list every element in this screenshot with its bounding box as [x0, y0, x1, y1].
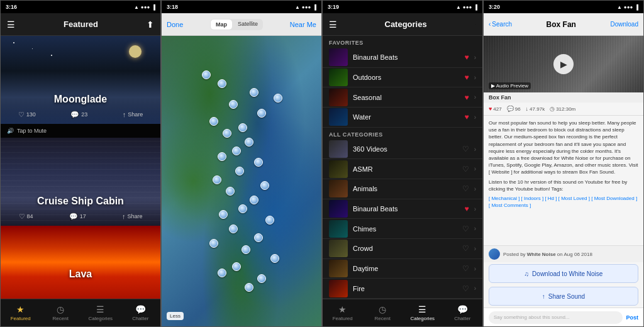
map-pin[interactable] — [218, 269, 226, 277]
tab-featured-1[interactable]: ★ Featured — [1, 304, 41, 321]
tags-text[interactable]: [ Mechanical ] [ Indoors ] [ Hd ] [ Most… — [489, 195, 638, 209]
cat-name-outdoors: Outdoors — [353, 74, 460, 81]
cat-fire[interactable]: Fire ♡ › — [323, 279, 482, 299]
comment-input[interactable]: Say something about this sound... — [489, 311, 623, 324]
map-button[interactable]: Map — [211, 19, 232, 30]
back-chevron-icon: ‹ — [489, 21, 491, 28]
cat-name-animals: Animals — [353, 185, 457, 192]
download-nav-button[interactable]: Download — [611, 21, 638, 28]
cabin-comments[interactable]: 💬 17 — [69, 213, 86, 221]
cat-seasonal-fav[interactable]: Seasonal ♥ › — [323, 87, 482, 108]
cat-360[interactable]: 360 Videos ♡ › — [323, 140, 482, 160]
cat-animals[interactable]: Animals ♡ › — [323, 179, 482, 199]
cat-name-beats-fav: Binaural Beats — [353, 53, 460, 61]
map-pin[interactable] — [229, 224, 238, 233]
map-pin[interactable] — [245, 138, 253, 147]
map-pin[interactable] — [213, 175, 221, 184]
featured-item-moonglade[interactable]: Moonglade ♡ 130 💬 23 ↑ Share — [1, 36, 160, 124]
map-pin[interactable] — [226, 187, 235, 196]
map-pin[interactable] — [270, 254, 279, 263]
post-button[interactable]: Post — [626, 314, 638, 321]
heart-360[interactable]: ♡ — [462, 145, 469, 153]
map-pin[interactable] — [232, 147, 241, 155]
battery-icon-3: ▐ — [474, 4, 477, 10]
map-pin[interactable] — [223, 129, 231, 138]
heart-asmr[interactable]: ♡ — [462, 165, 469, 174]
map-area[interactable]: Less — [162, 36, 321, 326]
chevron-seasonal: › — [474, 94, 476, 101]
tab-categories-3[interactable]: ☰ Categories — [402, 304, 443, 321]
map-pin[interactable] — [235, 167, 244, 175]
cat-asmr[interactable]: ASMR ♡ › — [323, 159, 482, 179]
signal-icon-2: ●●● — [302, 4, 311, 10]
heart-water[interactable]: ♥ — [465, 113, 469, 121]
cat-name-asmr: ASMR — [353, 165, 457, 173]
signal-icon-3: ●●● — [463, 4, 472, 10]
map-pin[interactable] — [257, 109, 266, 118]
moonglade-likes[interactable]: ♡ 130 — [18, 111, 36, 119]
cat-crowd[interactable]: Crowd ♡ › — [323, 239, 482, 259]
tab-featured-3[interactable]: ★ Featured — [323, 304, 363, 321]
heart-outdoors[interactable]: ♥ — [465, 73, 469, 82]
map-pin[interactable] — [238, 123, 247, 132]
cabin-share[interactable]: ↑ Share — [122, 213, 143, 220]
tab-chatter-3[interactable]: 💬 Chatter — [443, 304, 483, 321]
heart-seasonal[interactable]: ♥ — [465, 93, 469, 102]
status-icons-2: ▲ ●●● ▐ — [295, 4, 316, 10]
map-pin[interactable] — [242, 245, 250, 254]
phone-map: 3:18 ▲ ●●● ▐ Done Map Satellite Near Me — [161, 0, 322, 327]
upload-icon[interactable]: ⬆ — [147, 19, 154, 30]
heart-crowd[interactable]: ♡ — [462, 244, 469, 253]
map-pin[interactable] — [202, 70, 211, 79]
heart-binaural[interactable]: ♥ — [465, 204, 469, 213]
cat-chimes[interactable]: Chimes ♡ › — [323, 219, 482, 239]
tab-categories-1[interactable]: ☰ Categories — [80, 304, 121, 321]
back-button[interactable]: ‹ Search — [489, 21, 512, 28]
status-time-4: 3:20 — [489, 4, 500, 10]
cat-thumb-chimes — [329, 220, 348, 238]
mute-bar[interactable]: 🔊 Tap to Mute — [1, 124, 160, 138]
heart-chimes[interactable]: ♡ — [462, 224, 469, 233]
cat-binaural-beats-fav[interactable]: Binaural Beats ♥ › — [323, 48, 482, 68]
cat-outdoors-fav[interactable]: Outdoors ♥ › — [323, 68, 482, 88]
share-button[interactable]: ↑ Share Sound — [489, 287, 638, 306]
moonglade-comments[interactable]: 💬 23 — [70, 111, 87, 119]
featured-item-cabin[interactable]: Cruise Ship Cabin ♡ 84 💬 17 ↑ Share — [1, 138, 160, 226]
detail-nav: ‹ Search Box Fan Download — [484, 13, 643, 36]
cat-thumb-fire — [329, 280, 348, 297]
play-button[interactable]: ▶ — [553, 54, 574, 74]
cat-binaural[interactable]: Binaural Beats ♥ › — [323, 199, 482, 219]
map-pin[interactable] — [218, 152, 226, 161]
cat-daytime[interactable]: Daytime ♡ › — [323, 259, 482, 279]
map-pin[interactable] — [245, 283, 253, 292]
detail-nav-title: Box Fan — [547, 20, 576, 29]
satellite-button[interactable]: Satellite — [233, 19, 263, 30]
cat-water-fav[interactable]: Water ♥ › — [323, 108, 482, 128]
cabin-likes[interactable]: ♡ 84 — [19, 213, 33, 221]
map-zoom-label[interactable]: Less — [167, 312, 184, 320]
featured-item-lava[interactable]: Lava — [1, 226, 160, 299]
detail-stats: ♥ 427 💬 96 ↓ 47.97k ◷ 312:30m — [484, 103, 643, 116]
heart-daytime[interactable]: ♡ — [462, 264, 469, 273]
download-button[interactable]: ♫ Download to White Noise — [489, 264, 638, 283]
star-3 — [51, 55, 52, 56]
tab-recent-3[interactable]: ◷ Recent — [363, 304, 403, 321]
moonglade-share[interactable]: ↑ Share — [123, 111, 143, 118]
map-pin[interactable] — [250, 88, 258, 97]
menu-icon-3[interactable]: ☰ — [329, 19, 337, 30]
heart-animals[interactable]: ♡ — [462, 184, 469, 193]
nav-title-3: Categories — [385, 19, 427, 29]
map-pin[interactable] — [250, 196, 258, 204]
near-me-button[interactable]: Near Me — [290, 21, 316, 28]
star-1 — [13, 42, 14, 43]
heart-beats-fav[interactable]: ♥ — [465, 53, 469, 62]
wifi-icon-3: ▲ — [456, 4, 461, 10]
done-button[interactable]: Done — [167, 21, 183, 28]
menu-icon[interactable]: ☰ — [7, 19, 15, 30]
tab-recent-1[interactable]: ◷ Recent — [41, 304, 81, 321]
tab-chatter-1[interactable]: 💬 Chatter — [121, 304, 161, 321]
map-pin[interactable] — [238, 204, 247, 213]
heart-fire[interactable]: ♡ — [462, 284, 469, 293]
comment-icon-2: 💬 — [69, 213, 78, 221]
map-pin[interactable] — [229, 100, 238, 109]
